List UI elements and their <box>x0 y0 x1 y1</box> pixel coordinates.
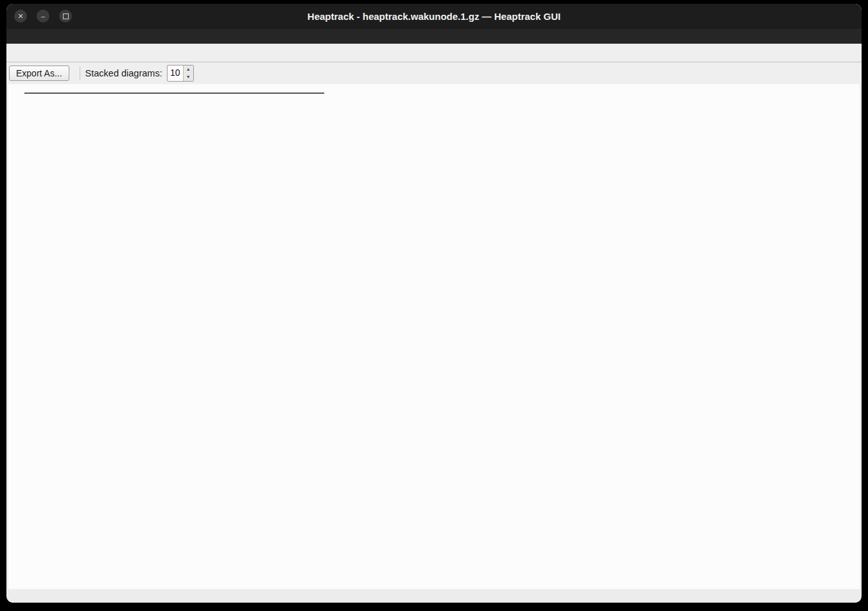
stacked-diagrams-spinbox[interactable]: 10 ▲ ▼ <box>167 65 194 82</box>
memory-consumption-chart[interactable] <box>8 84 860 589</box>
export-as-button[interactable]: Export As... <box>9 66 69 81</box>
window-bottom-margin <box>8 589 860 603</box>
toolbar-separator <box>80 66 80 80</box>
chart-legend <box>24 93 324 94</box>
spinbox-down-button[interactable]: ▼ <box>184 73 193 81</box>
spinbox-up-button[interactable]: ▲ <box>184 66 193 73</box>
tab-bar <box>6 44 862 62</box>
titlebar: ✕ – Heaptrack - heaptrack.wakunode.1.gz … <box>6 4 862 29</box>
chart-area <box>8 84 860 589</box>
window-title: Heaptrack - heaptrack.wakunode.1.gz — He… <box>6 4 862 29</box>
stacked-diagrams-value[interactable]: 10 <box>168 66 183 81</box>
app-window: ✕ – Heaptrack - heaptrack.wakunode.1.gz … <box>6 4 862 603</box>
menubar <box>6 29 862 44</box>
toolbar: Export As... Stacked diagrams: 10 ▲ ▼ <box>6 62 862 84</box>
stacked-diagrams-label: Stacked diagrams: <box>85 68 162 78</box>
